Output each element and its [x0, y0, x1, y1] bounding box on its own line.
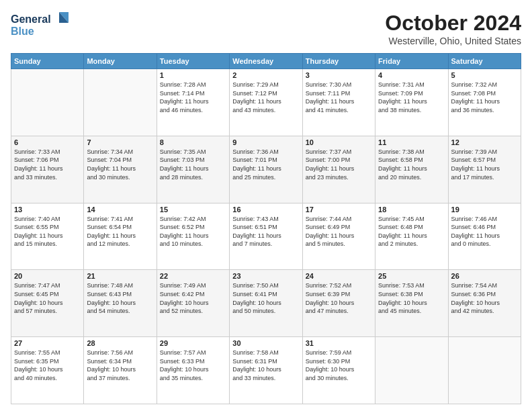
- day-info: Sunrise: 7:40 AM Sunset: 6:55 PM Dayligh…: [14, 215, 81, 248]
- page: General Blue October 2024 Westerville, O…: [0, 0, 532, 411]
- day-info: Sunrise: 7:47 AM Sunset: 6:45 PM Dayligh…: [14, 281, 81, 315]
- logo: General Blue: [11, 11, 71, 43]
- day-number: 11: [378, 138, 445, 146]
- day-number: 7: [87, 138, 153, 146]
- month-title: October 2024: [385, 11, 521, 36]
- col-wednesday: Wednesday: [230, 54, 302, 69]
- day-number: 16: [232, 205, 299, 214]
- day-info: Sunrise: 7:59 AM Sunset: 6:30 PM Dayligh…: [306, 349, 372, 382]
- calendar-cell: 11Sunrise: 7:38 AM Sunset: 6:58 PM Dayli…: [375, 136, 448, 203]
- day-info: Sunrise: 7:34 AM Sunset: 7:04 PM Dayligh…: [87, 148, 153, 181]
- col-saturday: Saturday: [448, 54, 521, 69]
- calendar-cell: 21Sunrise: 7:48 AM Sunset: 6:43 PM Dayli…: [84, 270, 157, 337]
- day-info: Sunrise: 7:33 AM Sunset: 7:06 PM Dayligh…: [14, 148, 81, 181]
- day-number: 26: [451, 272, 518, 280]
- calendar-cell: 6Sunrise: 7:33 AM Sunset: 7:06 PM Daylig…: [11, 136, 84, 203]
- day-info: Sunrise: 7:31 AM Sunset: 7:09 PM Dayligh…: [378, 81, 445, 114]
- day-info: Sunrise: 7:43 AM Sunset: 6:51 PM Dayligh…: [232, 215, 299, 248]
- calendar-cell: 8Sunrise: 7:35 AM Sunset: 7:03 PM Daylig…: [157, 136, 229, 203]
- calendar-cell: 12Sunrise: 7:39 AM Sunset: 6:57 PM Dayli…: [448, 136, 521, 203]
- calendar-cell: 9Sunrise: 7:36 AM Sunset: 7:01 PM Daylig…: [230, 136, 302, 203]
- week-row-3: 13Sunrise: 7:40 AM Sunset: 6:55 PM Dayli…: [11, 203, 521, 270]
- title-block: October 2024 Westerville, Ohio, United S…: [385, 11, 521, 46]
- day-info: Sunrise: 7:35 AM Sunset: 7:03 PM Dayligh…: [160, 148, 226, 181]
- day-number: 2: [232, 71, 299, 79]
- col-thursday: Thursday: [302, 54, 375, 69]
- calendar-cell: 29Sunrise: 7:57 AM Sunset: 6:33 PM Dayli…: [157, 337, 229, 404]
- day-number: 22: [160, 272, 226, 280]
- day-info: Sunrise: 7:44 AM Sunset: 6:49 PM Dayligh…: [306, 215, 372, 248]
- calendar-cell: 24Sunrise: 7:52 AM Sunset: 6:39 PM Dayli…: [302, 270, 375, 337]
- day-info: Sunrise: 7:48 AM Sunset: 6:43 PM Dayligh…: [87, 281, 153, 315]
- day-info: Sunrise: 7:32 AM Sunset: 7:08 PM Dayligh…: [451, 81, 518, 114]
- col-friday: Friday: [375, 54, 448, 69]
- calendar-cell: [11, 69, 84, 136]
- day-info: Sunrise: 7:36 AM Sunset: 7:01 PM Dayligh…: [232, 148, 299, 181]
- day-number: 15: [160, 205, 226, 214]
- day-number: 9: [232, 138, 299, 146]
- calendar-table: Sunday Monday Tuesday Wednesday Thursday…: [11, 53, 521, 404]
- day-number: 6: [14, 138, 81, 146]
- calendar-cell: [375, 337, 448, 404]
- day-number: 27: [14, 339, 81, 347]
- calendar-cell: 20Sunrise: 7:47 AM Sunset: 6:45 PM Dayli…: [11, 270, 84, 337]
- day-info: Sunrise: 7:56 AM Sunset: 6:34 PM Dayligh…: [87, 349, 153, 382]
- day-number: 1: [160, 71, 226, 79]
- day-info: Sunrise: 7:38 AM Sunset: 6:58 PM Dayligh…: [378, 148, 445, 181]
- day-number: 17: [306, 205, 372, 214]
- week-row-4: 20Sunrise: 7:47 AM Sunset: 6:45 PM Dayli…: [11, 270, 521, 337]
- calendar-cell: 4Sunrise: 7:31 AM Sunset: 7:09 PM Daylig…: [375, 69, 448, 136]
- svg-text:Blue: Blue: [11, 26, 34, 37]
- calendar-cell: 23Sunrise: 7:50 AM Sunset: 6:41 PM Dayli…: [230, 270, 302, 337]
- calendar-cell: [448, 337, 521, 404]
- calendar-cell: 2Sunrise: 7:29 AM Sunset: 7:12 PM Daylig…: [230, 69, 302, 136]
- week-row-1: 1Sunrise: 7:28 AM Sunset: 7:14 PM Daylig…: [11, 69, 521, 136]
- day-number: 14: [87, 205, 153, 214]
- day-info: Sunrise: 7:37 AM Sunset: 7:00 PM Dayligh…: [306, 148, 372, 181]
- logo-text: General Blue: [11, 11, 71, 43]
- calendar-cell: 22Sunrise: 7:49 AM Sunset: 6:42 PM Dayli…: [157, 270, 229, 337]
- header: General Blue October 2024 Westerville, O…: [11, 11, 521, 46]
- day-number: 18: [378, 205, 445, 214]
- col-monday: Monday: [84, 54, 157, 69]
- day-info: Sunrise: 7:49 AM Sunset: 6:42 PM Dayligh…: [160, 281, 226, 315]
- day-info: Sunrise: 7:55 AM Sunset: 6:35 PM Dayligh…: [14, 349, 81, 382]
- day-number: 4: [378, 71, 445, 79]
- day-number: 24: [306, 272, 372, 280]
- logo-icon: General Blue: [11, 11, 71, 40]
- calendar-cell: 3Sunrise: 7:30 AM Sunset: 7:11 PM Daylig…: [302, 69, 375, 136]
- day-info: Sunrise: 7:41 AM Sunset: 6:54 PM Dayligh…: [87, 215, 153, 248]
- day-number: 23: [232, 272, 299, 280]
- day-info: Sunrise: 7:42 AM Sunset: 6:52 PM Dayligh…: [160, 215, 226, 248]
- day-number: 12: [451, 138, 518, 146]
- calendar-cell: 16Sunrise: 7:43 AM Sunset: 6:51 PM Dayli…: [230, 203, 302, 270]
- day-number: 5: [451, 71, 518, 79]
- day-info: Sunrise: 7:50 AM Sunset: 6:41 PM Dayligh…: [232, 281, 299, 315]
- calendar-cell: 10Sunrise: 7:37 AM Sunset: 7:00 PM Dayli…: [302, 136, 375, 203]
- day-number: 13: [14, 205, 81, 214]
- day-info: Sunrise: 7:52 AM Sunset: 6:39 PM Dayligh…: [306, 281, 372, 315]
- calendar-cell: 1Sunrise: 7:28 AM Sunset: 7:14 PM Daylig…: [157, 69, 229, 136]
- calendar-cell: 27Sunrise: 7:55 AM Sunset: 6:35 PM Dayli…: [11, 337, 84, 404]
- day-number: 19: [451, 205, 518, 214]
- calendar-cell: 28Sunrise: 7:56 AM Sunset: 6:34 PM Dayli…: [84, 337, 157, 404]
- calendar-cell: 7Sunrise: 7:34 AM Sunset: 7:04 PM Daylig…: [84, 136, 157, 203]
- calendar-cell: 5Sunrise: 7:32 AM Sunset: 7:08 PM Daylig…: [448, 69, 521, 136]
- calendar-cell: 30Sunrise: 7:58 AM Sunset: 6:31 PM Dayli…: [230, 337, 302, 404]
- svg-text:General: General: [11, 13, 51, 25]
- calendar-cell: 15Sunrise: 7:42 AM Sunset: 6:52 PM Dayli…: [157, 203, 229, 270]
- calendar-cell: 17Sunrise: 7:44 AM Sunset: 6:49 PM Dayli…: [302, 203, 375, 270]
- calendar-cell: 25Sunrise: 7:53 AM Sunset: 6:38 PM Dayli…: [375, 270, 448, 337]
- header-row: Sunday Monday Tuesday Wednesday Thursday…: [11, 54, 521, 69]
- day-number: 10: [306, 138, 372, 146]
- day-info: Sunrise: 7:29 AM Sunset: 7:12 PM Dayligh…: [232, 81, 299, 114]
- day-number: 20: [14, 272, 81, 280]
- day-number: 8: [160, 138, 226, 146]
- day-info: Sunrise: 7:39 AM Sunset: 6:57 PM Dayligh…: [451, 148, 518, 181]
- col-tuesday: Tuesday: [157, 54, 229, 69]
- day-number: 21: [87, 272, 153, 280]
- calendar-cell: 14Sunrise: 7:41 AM Sunset: 6:54 PM Dayli…: [84, 203, 157, 270]
- location: Westerville, Ohio, United States: [385, 36, 521, 46]
- calendar-cell: [84, 69, 157, 136]
- day-info: Sunrise: 7:28 AM Sunset: 7:14 PM Dayligh…: [160, 81, 226, 114]
